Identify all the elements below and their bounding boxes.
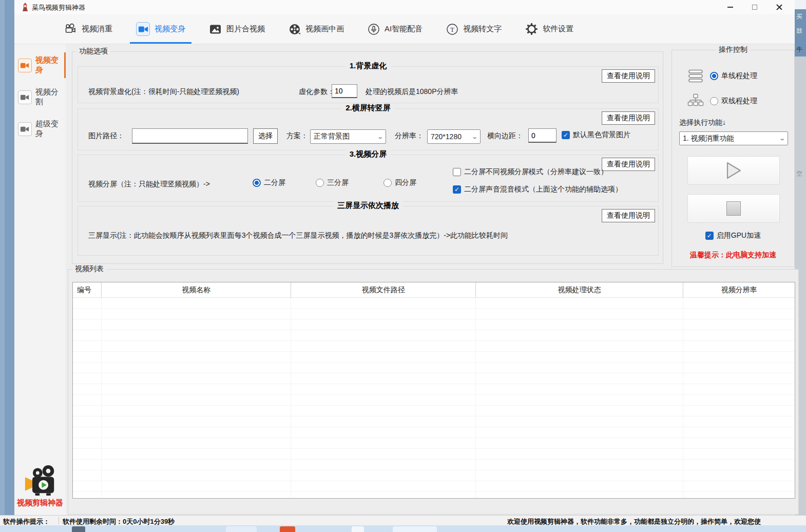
- statusbar: 软件操作提示： 软件使用剩余时间：0天0小时1分39秒 欢迎使用视频剪辑神器，软…: [0, 515, 806, 525]
- start-button[interactable]: [687, 156, 780, 185]
- margin-label: 横向边距：: [487, 131, 523, 141]
- tab-label: 软件设置: [543, 24, 573, 34]
- scheme-label: 方案：: [286, 131, 308, 141]
- help-button[interactable]: 查看使用说明: [602, 209, 655, 222]
- tab-label: AI智能配音: [385, 24, 423, 34]
- tab-video-transform[interactable]: 视频变身: [136, 14, 185, 44]
- stop-icon: [726, 201, 741, 216]
- video-camera-icon: [18, 122, 32, 136]
- gear-icon: [525, 23, 538, 35]
- split-mode-checkbox[interactable]: 二分屏不同视频分屏模式（分辨率建议一致）: [453, 167, 608, 177]
- column-header-status[interactable]: 视频处理状态: [476, 282, 683, 297]
- tab-label: 视频变身: [155, 24, 185, 34]
- table-row: [73, 449, 795, 460]
- gpu-acceleration-checkbox[interactable]: ✓ 启用GPU加速: [705, 231, 761, 240]
- black-background-checkbox[interactable]: ✓ 默认黑色背景图片: [562, 130, 630, 140]
- radio-label: 三分屏: [327, 178, 349, 187]
- sidebar-item-super-transform[interactable]: 超级变身: [18, 118, 66, 140]
- video-table-body: [73, 298, 795, 499]
- margin-input[interactable]: [528, 128, 556, 143]
- radio-label: 双线程处理: [721, 97, 757, 106]
- video-camera-icon: [136, 22, 150, 36]
- radio-four-split[interactable]: 四分屏: [383, 178, 416, 187]
- checkbox-label: 默认黑色背景图片: [573, 130, 630, 140]
- tab-video-to-text[interactable]: T 视频转文字: [446, 14, 502, 44]
- sidebar-item-label: 视频变身: [35, 55, 66, 75]
- blur-param-input[interactable]: [332, 84, 357, 98]
- section-title: 2.横屏转竖屏: [341, 103, 395, 113]
- play-icon: [722, 160, 745, 181]
- main-tabbar: 视频消重 视频变身 图: [14, 14, 795, 44]
- svg-text:T: T: [450, 25, 454, 33]
- tab-ai-dubbing[interactable]: AI智能配音: [368, 14, 423, 44]
- tab-settings[interactable]: 软件设置: [525, 14, 573, 44]
- help-button[interactable]: 查看使用说明: [602, 69, 655, 83]
- control-panel: 操作控制 单线程处理: [671, 50, 795, 267]
- sidebar-item-video-transform[interactable]: 视频变身: [18, 54, 66, 76]
- radio-three-split[interactable]: 三分屏: [316, 178, 349, 187]
- single-thread-radio[interactable]: 单线程处理: [710, 71, 757, 81]
- table-row: [73, 298, 795, 309]
- image-path-input[interactable]: [132, 128, 248, 144]
- radio-label: 四分屏: [395, 178, 416, 187]
- triple-note: 三屏显示(注：此功能会按顺序从视频列表里面每3个视频合成一个三屏显示视频，播放的…: [88, 231, 508, 240]
- app-logo-label: 视频剪辑神器: [14, 498, 66, 508]
- tab-video-dedupe[interactable]: 视频消重: [64, 14, 112, 44]
- minimize-button[interactable]: [718, 0, 742, 14]
- maximize-button[interactable]: [742, 0, 767, 14]
- sidebar: 视频变身 视频分割 超级变身 视频剪辑神器: [14, 44, 66, 515]
- table-row: [73, 319, 795, 330]
- radio-selected-icon: [253, 179, 261, 187]
- tab-image-to-video[interactable]: 图片合视频: [209, 14, 265, 44]
- column-header-path[interactable]: 视频文件路径: [291, 282, 475, 297]
- table-row: [73, 309, 795, 319]
- radio-label: 单线程处理: [721, 71, 757, 81]
- column-header-name[interactable]: 视频名称: [102, 282, 291, 297]
- close-button[interactable]: [767, 0, 792, 14]
- dual-thread-radio[interactable]: 双线程处理: [710, 97, 757, 106]
- video-table-header: 编号 视频名称 视频文件路径 视频处理状态 视频分辨率: [73, 282, 795, 298]
- table-row: [73, 427, 795, 438]
- checkbox-label: 启用GPU加速: [717, 231, 761, 240]
- sidebar-item-video-split[interactable]: 视频分割: [18, 86, 66, 108]
- app-logo: 视频剪辑神器: [14, 464, 66, 508]
- chevron-down-icon: ⌄: [471, 134, 478, 140]
- taskbar-sliver: [0, 525, 806, 532]
- section-video-split-screen: 3.视频分屏 查看使用说明 视频分屏（注：只能处理竖频视频）-> 二分屏 三分屏…: [78, 155, 659, 202]
- function-select-label: 选择执行功能↓: [679, 118, 726, 127]
- table-row: [73, 460, 795, 470]
- stop-button[interactable]: [687, 194, 780, 223]
- gpu-tip-text: 温馨提示：此电脑支持加速: [672, 251, 794, 260]
- table-row: [73, 330, 795, 341]
- microphone-icon: [368, 23, 380, 35]
- column-header-id[interactable]: 编号: [73, 282, 102, 297]
- checkbox-checked-icon: ✓: [453, 185, 461, 194]
- app-icon: [21, 2, 30, 12]
- table-row: [73, 481, 795, 492]
- dual-thread-row: 双线程处理: [687, 93, 757, 109]
- section-title: 3.视频分屏: [346, 149, 391, 159]
- radio-unselected-icon: [710, 97, 718, 105]
- tab-video-pip[interactable]: 视频画中画: [289, 14, 344, 44]
- picture-icon: [209, 24, 222, 35]
- choose-button[interactable]: 选择: [253, 128, 278, 144]
- split-audio-mix-checkbox[interactable]: ✓ 二分屏声音混音模式（上面这个功能的辅助选项）: [453, 185, 622, 194]
- help-button[interactable]: 查看使用说明: [602, 111, 655, 125]
- radio-two-split[interactable]: 二分屏: [253, 178, 285, 187]
- section-background-blur: 1.背景虚化 查看使用说明 视频背景虚化(注：很耗时间-只能处理竖频视频) 虚化…: [78, 66, 659, 103]
- resolution-label: 分辨率：: [395, 131, 424, 141]
- checkbox-checked-icon: ✓: [562, 131, 570, 139]
- help-button[interactable]: 查看使用说明: [602, 158, 655, 171]
- scheme-select[interactable]: 正常背景图 ⌄: [310, 129, 386, 144]
- sidebar-item-label: 视频分割: [35, 87, 66, 107]
- options-groupbox: 功能选项 1.背景虚化 查看使用说明 视频背景虚化(注：很耗时间-只能处理竖频视…: [72, 51, 663, 264]
- tab-label: 视频消重: [82, 24, 112, 34]
- table-row: [73, 470, 795, 481]
- function-select[interactable]: 1. 视频消重功能 ⌄: [679, 131, 788, 145]
- video-camera-icon: [18, 59, 32, 72]
- resolution-select[interactable]: 720*1280 ⌄: [427, 129, 481, 144]
- video-camera-icon: [18, 90, 32, 104]
- column-header-resolution[interactable]: 视频分辨率: [683, 282, 795, 297]
- checkbox-unchecked-icon: [453, 168, 461, 176]
- minimize-icon: [727, 7, 733, 8]
